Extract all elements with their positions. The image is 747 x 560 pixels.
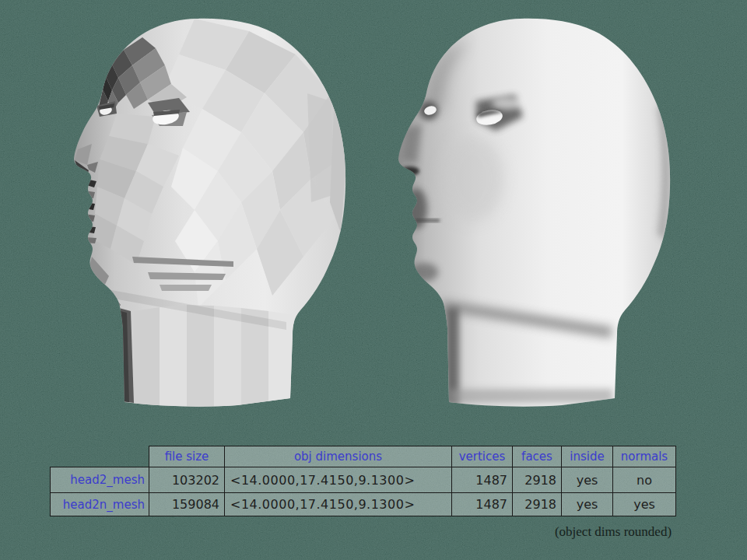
col-header-obj-dimensions: obj dimensions	[225, 446, 452, 467]
table-header-row: file size obj dimensions vertices faces …	[51, 446, 676, 467]
cell-vertices: 1487	[452, 493, 513, 516]
cell-faces: 2918	[513, 493, 562, 516]
cell-file-size: 159084	[149, 493, 225, 516]
cell-inside: yes	[562, 493, 613, 516]
cell-file-size: 103202	[149, 467, 225, 493]
col-header-inside: inside	[562, 446, 613, 467]
head-renders	[0, 0, 747, 439]
mesh-comparison-table: file size obj dimensions vertices faces …	[50, 446, 676, 516]
table-row: head2_mesh 103202 <14.0000,17.4150,9.130…	[51, 467, 676, 493]
col-header-file-size: file size	[149, 446, 225, 467]
caption: (object dims rounded)	[520, 524, 707, 540]
col-header-normals: normals	[613, 446, 676, 467]
cell-normals: no	[613, 467, 676, 493]
cell-vertices: 1487	[452, 467, 513, 493]
rendered-scene: file size obj dimensions vertices faces …	[0, 0, 747, 560]
row-label: head2n_mesh	[51, 493, 149, 516]
cell-obj-dimensions: <14.0000,17.4150,9.1300>	[225, 493, 452, 516]
col-header-vertices: vertices	[452, 446, 513, 467]
cell-normals: yes	[613, 493, 676, 516]
cell-faces: 2918	[513, 467, 562, 493]
row-label: head2_mesh	[51, 467, 149, 493]
col-header-faces: faces	[513, 446, 562, 467]
table-row: head2n_mesh 159084 <14.0000,17.4150,9.13…	[51, 493, 676, 516]
cell-inside: yes	[562, 467, 613, 493]
table-corner-blank	[51, 446, 149, 467]
cell-obj-dimensions: <14.0000,17.4150,9.1300>	[225, 467, 452, 493]
smooth-shaded-head-image	[398, 19, 670, 407]
flat-shaded-head-image	[74, 19, 347, 407]
